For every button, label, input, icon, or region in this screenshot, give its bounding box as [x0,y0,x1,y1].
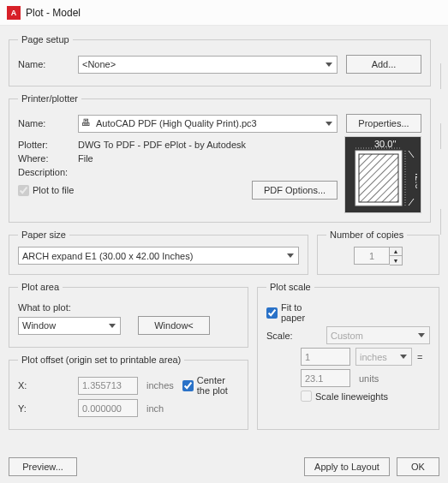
offset-x-field [78,377,138,395]
plotter-value: DWG To PDF - PDF ePlot - by Autodesk [78,140,246,150]
plot-area-group: Plot area What to plot: Window Window< [9,282,248,348]
offset-x-unit: inches [146,380,174,391]
window-pick-button[interactable]: Window< [138,316,210,335]
copies-up-icon[interactable]: ▲ [390,247,402,256]
scale-unit-combo: inches [355,348,412,366]
plot-scale-legend: Plot scale [266,282,314,292]
preview-button[interactable]: Preview... [9,457,77,476]
page-setup-add-button[interactable]: Add... [346,55,421,74]
app-icon: A [7,6,21,20]
copies-down-icon[interactable]: ▼ [390,256,402,265]
page-setup-legend: Page setup [18,34,73,45]
printer-properties-button[interactable]: Properties... [346,114,421,133]
paper-preview: 30.0'' 42.0'' [344,136,421,213]
printer-icon: 🖶 [81,117,91,128]
page-setup-name-combo[interactable]: <None> [78,56,337,74]
scale-numerator-field [301,348,350,366]
scale-units-label: units [359,373,379,384]
where-value: File [78,153,93,164]
paper-size-legend: Paper size [18,230,69,240]
what-to-plot-label: What to plot: [18,302,71,313]
scale-denominator-field [301,369,350,387]
plot-offset-group: Plot offset (origin set to printable are… [9,355,248,430]
printer-group: Printer/plotter Name: AutoCAD PDF (High … [9,93,431,223]
copies-field [354,247,390,265]
center-plot-input[interactable] [182,380,194,391]
title-bar: A Plot - Model [0,0,448,26]
fit-to-paper-input[interactable] [266,307,278,319]
offset-y-field [78,399,138,417]
offset-x-label: X: [18,380,78,391]
clipped-right-panels [440,63,448,444]
window-title: Plot - Model [26,7,81,19]
plot-to-file-input [18,185,29,196]
page-setup-name-label: Name: [18,59,78,69]
equals-label: = [417,352,422,362]
scale-lineweights-checkbox: Scale lineweights [301,391,388,402]
copies-legend: Number of copies [326,230,407,240]
offset-y-label: Y: [18,403,78,414]
printer-name-combo[interactable]: AutoCAD PDF (High Quality Print).pc3 [78,115,337,133]
paper-size-group: Paper size ARCH expand E1 (30.00 x 42.00… [9,230,308,275]
dialog-footer: Preview... Apply to Layout OK [0,450,448,483]
plot-scale-group: Plot scale Fit to paper Scale: Custom [257,282,439,430]
offset-y-unit: inch [146,403,164,414]
fit-to-paper-checkbox[interactable]: Fit to paper [266,302,326,323]
copies-spinner[interactable]: ▲ ▼ [354,247,403,265]
copies-group: Number of copies ▲ ▼ [317,230,439,275]
what-to-plot-combo[interactable]: Window [18,317,121,335]
ok-button[interactable]: OK [397,457,439,476]
plotter-label: Plotter: [18,140,78,150]
pdf-options-button[interactable]: PDF Options... [252,181,337,200]
plot-to-file-label: Plot to file [33,185,74,195]
scale-lineweights-label: Scale lineweights [315,391,388,402]
description-label: Description: [18,167,78,177]
plot-area-legend: Plot area [18,282,63,292]
preview-height-label: 42.0'' [414,170,417,193]
page-setup-group: Page setup Name: <None> Add... [9,34,431,86]
preview-width-label: 30.0'' [374,140,397,149]
svg-rect-2 [359,154,398,202]
scale-lineweights-input [301,391,312,402]
paper-size-combo[interactable]: ARCH expand E1 (30.00 x 42.00 Inches) [18,247,299,265]
where-label: Where: [18,153,78,164]
scale-combo: Custom [326,326,430,344]
plot-offset-legend: Plot offset (origin set to printable are… [18,355,184,365]
center-plot-label: Center the plot [197,375,239,396]
plot-to-file-checkbox: Plot to file [18,185,78,196]
printer-legend: Printer/plotter [18,93,81,104]
center-plot-checkbox[interactable]: Center the plot [182,375,239,396]
scale-label: Scale: [266,331,326,341]
printer-name-label: Name: [18,118,78,128]
fit-to-paper-label: Fit to paper [281,302,326,323]
plot-dialog: Page setup Name: <None> Add... Printer/p… [0,26,448,483]
apply-to-layout-button[interactable]: Apply to Layout [304,457,390,476]
